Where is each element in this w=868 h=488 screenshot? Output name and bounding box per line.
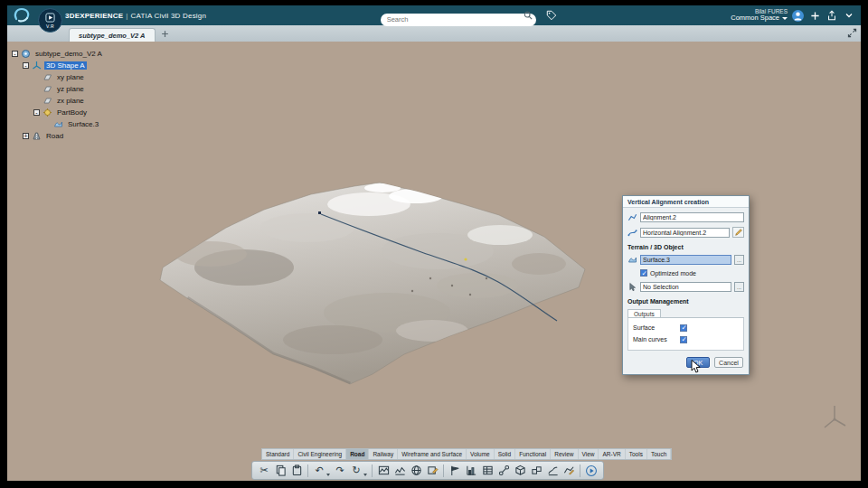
- tree-item-zx-plane[interactable]: zx plane: [33, 95, 104, 107]
- terrain-surface-input[interactable]: [640, 255, 731, 265]
- undo-dropdown-caret[interactable]: [326, 474, 330, 476]
- paste-button[interactable]: [289, 464, 304, 478]
- undo-button[interactable]: ↶: [312, 464, 326, 478]
- selection-input[interactable]: [640, 282, 731, 292]
- output-surface-checkbox[interactable]: [680, 324, 687, 332]
- add-icon[interactable]: [808, 9, 821, 22]
- waypoint-marker: [464, 258, 467, 260]
- new-tab-icon[interactable]: [161, 30, 169, 38]
- section-chart-button[interactable]: [545, 464, 560, 478]
- table-button[interactable]: [480, 464, 495, 478]
- cut-icon: ✂: [259, 465, 268, 475]
- volume-button[interactable]: [529, 464, 543, 478]
- link-button[interactable]: [496, 464, 511, 478]
- analysis-chart-icon: [466, 465, 477, 476]
- tree-item-label: PartBody: [55, 108, 89, 117]
- user-avatar-icon[interactable]: [792, 10, 804, 22]
- tab-functional[interactable]: Functional: [515, 449, 551, 459]
- dialog-title[interactable]: Vertical Alignment creation: [623, 196, 749, 208]
- tab-review[interactable]: Review: [551, 449, 578, 459]
- profile-chart-button[interactable]: [376, 464, 391, 478]
- tab-tools[interactable]: Tools: [626, 449, 647, 459]
- surface-browse-button[interactable]: ...: [734, 255, 744, 265]
- tree-expander-icon[interactable]: [23, 62, 29, 69]
- sketch-button[interactable]: [425, 464, 439, 478]
- outputs-panel: Surface Main curves: [627, 318, 744, 351]
- globe-button[interactable]: [409, 464, 423, 478]
- search-input[interactable]: [381, 14, 536, 26]
- tree-item-partbody[interactable]: PartBody: [33, 107, 104, 118]
- tab-civil-engineering[interactable]: Civil Engineering: [294, 449, 346, 459]
- redo-button[interactable]: ↷: [333, 464, 347, 478]
- tab-touch[interactable]: Touch: [647, 449, 671, 459]
- terrain-surface[interactable]: [160, 183, 585, 384]
- tab-view[interactable]: View: [579, 449, 599, 459]
- tree-expander-icon[interactable]: [12, 51, 18, 57]
- document-tab[interactable]: subtype_demo_V2 A: [69, 28, 156, 42]
- output-main-curves-checkbox[interactable]: [680, 336, 687, 343]
- tree-item-xy-plane[interactable]: xy plane: [33, 71, 104, 83]
- tree-item-label: xy plane: [55, 73, 86, 81]
- share-icon[interactable]: [826, 9, 838, 22]
- search-icon[interactable]: [524, 11, 533, 20]
- tag-icon[interactable]: [546, 10, 557, 21]
- global-search: [381, 9, 536, 22]
- outputs-tab[interactable]: Outputs: [627, 309, 661, 317]
- copy-button[interactable]: [273, 464, 288, 478]
- workbench-tab-bar: Standard Civil Engineering Road Railway …: [261, 448, 672, 460]
- copy-icon: [275, 465, 287, 476]
- partbody-icon: [42, 108, 52, 117]
- selection-browse-button[interactable]: ...: [734, 282, 744, 292]
- edit-pencil-icon[interactable]: [732, 227, 744, 238]
- expand-viewport-icon[interactable]: [847, 28, 857, 38]
- tab-solid[interactable]: Solid: [495, 449, 515, 459]
- update-dropdown-caret[interactable]: [363, 474, 367, 476]
- brand-titles: 3DEXPERIENCE|CATIA Civil 3D Design: [65, 12, 206, 20]
- tree-item-road[interactable]: Road: [23, 130, 104, 142]
- tree-item-surface3[interactable]: Surface.3: [44, 118, 104, 130]
- tab-railway[interactable]: Railway: [369, 449, 398, 459]
- update-button[interactable]: ↻: [349, 464, 363, 478]
- brand-name: 3DEXPERIENCE: [65, 12, 123, 20]
- terrain-section-title: Terrain / 3D Object: [627, 244, 744, 250]
- wave-chart-icon: [394, 465, 406, 476]
- chevron-down-icon: [782, 17, 788, 20]
- 3d-viewport: subtype_demo_V2 A 3D Shape A xy plane yz…: [7, 42, 861, 481]
- redo-icon: ↷: [335, 465, 344, 475]
- cut-button[interactable]: ✂: [257, 464, 271, 478]
- toolbar-separator: [372, 465, 373, 477]
- view-compass-triad[interactable]: [819, 401, 850, 436]
- cancel-button[interactable]: Cancel: [714, 357, 743, 368]
- optimized-mode-checkbox[interactable]: [640, 269, 647, 277]
- play-button[interactable]: [584, 464, 599, 478]
- tab-wireframe-and-surface[interactable]: Wireframe and Surface: [398, 449, 467, 459]
- surface-icon: [53, 119, 63, 129]
- 3ds-logo-icon[interactable]: [13, 6, 31, 24]
- analysis-chart-button[interactable]: [464, 464, 478, 478]
- more-menu-icon[interactable]: [843, 9, 855, 22]
- user-menu[interactable]: Bilal FURES Common Space: [731, 8, 788, 23]
- top-app-bar: 3DEXPERIENCE|CATIA Civil 3D Design Bilal…: [7, 5, 861, 25]
- horizontal-alignment-input[interactable]: [640, 228, 730, 238]
- tab-standard[interactable]: Standard: [262, 449, 294, 459]
- surface-edit-button[interactable]: [561, 464, 576, 478]
- tab-road[interactable]: Road: [346, 449, 369, 459]
- app-badge[interactable]: V.R: [38, 8, 62, 33]
- tree-expander-icon[interactable]: [33, 109, 40, 116]
- wave-chart-button[interactable]: [392, 464, 407, 478]
- document-tab-bar: subtype_demo_V2 A: [7, 25, 861, 42]
- profile-chart-icon: [378, 465, 390, 476]
- tree-item-yz-plane[interactable]: yz plane: [33, 83, 104, 95]
- plane-icon: [42, 84, 52, 94]
- road-icon: [32, 131, 42, 141]
- tab-volume[interactable]: Volume: [467, 449, 495, 459]
- tree-expander-icon[interactable]: [23, 133, 29, 139]
- tree-item-label: Surface.3: [66, 120, 100, 128]
- flag-button[interactable]: [448, 464, 462, 478]
- alignment-name-input[interactable]: [640, 212, 744, 222]
- solids-button[interactable]: [513, 464, 527, 478]
- tree-item-root[interactable]: subtype_demo_V2 A: [12, 48, 104, 60]
- tab-ar-vr[interactable]: AR-VR: [599, 449, 625, 459]
- tree-item-3d-shape[interactable]: 3D Shape A: [23, 60, 104, 71]
- mouse-cursor: [691, 360, 702, 378]
